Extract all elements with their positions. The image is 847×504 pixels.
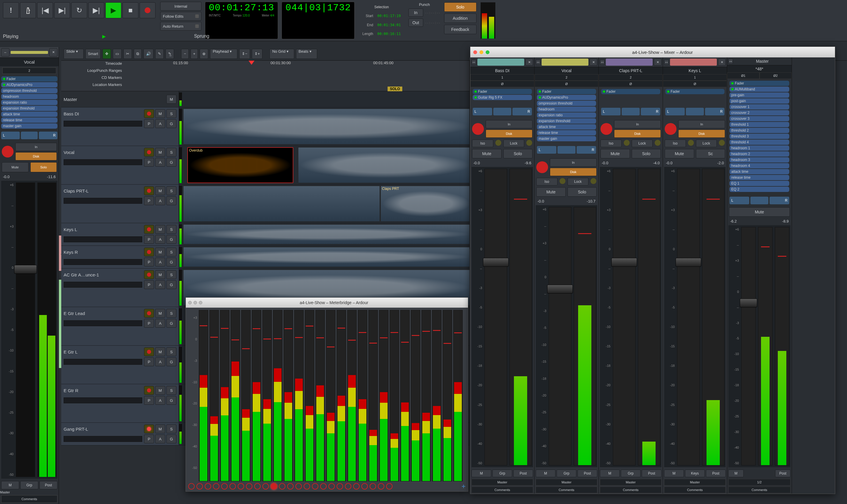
monitor-in[interactable]: In	[678, 120, 725, 128]
track-rec[interactable]	[144, 347, 154, 356]
ch-inputs[interactable]: 1	[663, 74, 727, 81]
track-group[interactable]: G	[166, 357, 176, 366]
track-mute[interactable]: M	[155, 347, 165, 356]
strip-output-route[interactable]: Master	[0, 490, 58, 494]
track-playlist[interactable]: P	[144, 158, 154, 167]
object-tool[interactable]: ✥	[103, 49, 111, 59]
lock-button[interactable]: Lock	[567, 178, 589, 185]
audio-region[interactable]: Claps PRT	[381, 186, 470, 222]
stop-button[interactable]: ■	[123, 2, 138, 18]
draw-tool[interactable]: ✎	[155, 49, 164, 59]
window-traffic-lights[interactable]	[473, 50, 490, 54]
secondary-clock[interactable]: 044|03|1732	[282, 2, 355, 39]
plugin-row[interactable]: Fader	[473, 89, 532, 94]
plugin-row[interactable]: attack time	[729, 169, 789, 174]
track-automation[interactable]: A	[155, 280, 165, 289]
meter-rec-button[interactable]	[320, 483, 327, 490]
track-mute[interactable]: M	[155, 386, 165, 395]
monitor-in[interactable]: In	[614, 120, 661, 128]
ch-width[interactable]: ↔	[664, 59, 669, 65]
track-automation[interactable]: A	[155, 257, 165, 266]
zoom-out-button[interactable]: −	[181, 49, 189, 59]
meter-rec-button[interactable]	[221, 483, 228, 490]
track-fader[interactable]	[64, 359, 142, 365]
monitor-disk[interactable]: Disk	[486, 129, 532, 138]
track-fader[interactable]	[64, 198, 142, 204]
ch-name[interactable]: Bass DI	[470, 67, 534, 74]
snap-select[interactable]: Beats ▾	[296, 49, 317, 59]
plugin-row[interactable]: threshold 4	[729, 140, 789, 145]
ch-peak[interactable]: -4.0	[653, 161, 660, 165]
plugin-row[interactable]: Fader	[665, 89, 724, 94]
audio-region[interactable]	[298, 147, 470, 183]
ch-phase[interactable]: Ø	[599, 81, 663, 87]
track-solo[interactable]: S	[166, 386, 176, 395]
meter-rec-button[interactable]	[287, 483, 294, 490]
pan-r[interactable]: R	[512, 108, 532, 115]
pan-slider[interactable]	[493, 108, 511, 115]
ch-phase[interactable]: Ø	[534, 81, 598, 87]
meter-rec-button[interactable]	[370, 483, 376, 490]
track-group[interactable]: G	[166, 119, 176, 128]
ch-inputs[interactable]: 2	[534, 74, 598, 81]
track-group[interactable]: G	[166, 257, 176, 266]
iso-button[interactable]: Iso	[536, 178, 558, 185]
pan-r[interactable]: R	[577, 146, 596, 154]
grp-btn[interactable]: Grp	[557, 470, 576, 477]
meter-rec-button[interactable]	[386, 483, 392, 490]
meter-rec-button[interactable]	[329, 483, 335, 490]
plugin-row[interactable]: threshold 1	[729, 122, 789, 127]
ruler-timecode-label[interactable]: Timecode	[63, 61, 122, 66]
ch-mute[interactable]: Mute	[472, 149, 501, 158]
master-comments[interactable]: Comments	[728, 487, 791, 493]
track-solo[interactable]: S	[166, 186, 176, 195]
plugin-row[interactable]: Fader	[601, 89, 660, 94]
track-name[interactable]: E Gtr L	[64, 349, 78, 355]
midi-panic-button[interactable]: !	[3, 2, 19, 18]
plugin-row[interactable]: ompression threshold	[1, 88, 57, 93]
strip-fader[interactable]	[16, 182, 35, 477]
gain-readout[interactable]: -0.0	[3, 175, 10, 179]
ch-comments[interactable]: Comments	[664, 487, 726, 493]
ch-width[interactable]: ↔	[600, 59, 605, 65]
track-expand-button[interactable]: ⇕+	[252, 49, 263, 59]
meter-rec-button[interactable]	[262, 483, 269, 490]
m-btn[interactable]: M	[664, 470, 684, 477]
monitor-disk-button[interactable]: Disk	[15, 152, 57, 160]
track-automation[interactable]: A	[155, 119, 165, 128]
meterbridge-window[interactable]: a4-Live-Show – Meterbridge – Ardour +30-…	[186, 297, 468, 492]
ch-fader[interactable]	[484, 169, 507, 465]
post-btn[interactable]: Post	[642, 470, 661, 477]
m-btn[interactable]: M	[728, 470, 744, 477]
plugin-row[interactable]: master gain	[537, 136, 596, 141]
master-peak[interactable]: -8.9	[782, 219, 789, 223]
follow-edits-button[interactable]: Follow Edits	[160, 12, 201, 21]
grp-btn[interactable]: Grp	[621, 470, 640, 477]
track-mute[interactable]: M	[155, 186, 165, 195]
meter-rec-button[interactable]	[196, 483, 203, 490]
track-name[interactable]: Keys R	[64, 250, 78, 255]
track-name[interactable]: Gang PRT-L	[64, 427, 88, 432]
metronome-button[interactable]	[20, 2, 36, 18]
ch-color[interactable]	[477, 58, 524, 66]
auto-return-button[interactable]: Auto Return	[160, 22, 201, 31]
track-solo[interactable]: S	[166, 225, 176, 234]
strip-m-button[interactable]: M	[1, 481, 19, 489]
cut-tool[interactable]: ✂	[123, 49, 132, 59]
pan-right[interactable]: R	[39, 131, 57, 139]
track-mute[interactable]: M	[155, 109, 165, 118]
track-solo[interactable]: S	[166, 270, 176, 279]
track-automation[interactable]: A	[155, 196, 165, 205]
audio-region[interactable]	[183, 109, 470, 145]
ch-color[interactable]	[670, 58, 717, 66]
loop-button[interactable]: ↻	[71, 2, 87, 18]
plugin-row[interactable]: release time	[1, 118, 57, 123]
ch-solo[interactable]: Solo	[567, 187, 597, 197]
lock-button[interactable]: Lock	[503, 140, 525, 147]
record-button[interactable]	[140, 2, 156, 18]
plugin-row[interactable]: AUDynamicsPro	[537, 95, 596, 100]
ch-output[interactable]: Master	[536, 479, 597, 485]
audio-region[interactable]	[183, 186, 380, 222]
ch-output[interactable]: Master	[472, 479, 533, 485]
iso-button[interactable]: Iso	[600, 140, 622, 147]
